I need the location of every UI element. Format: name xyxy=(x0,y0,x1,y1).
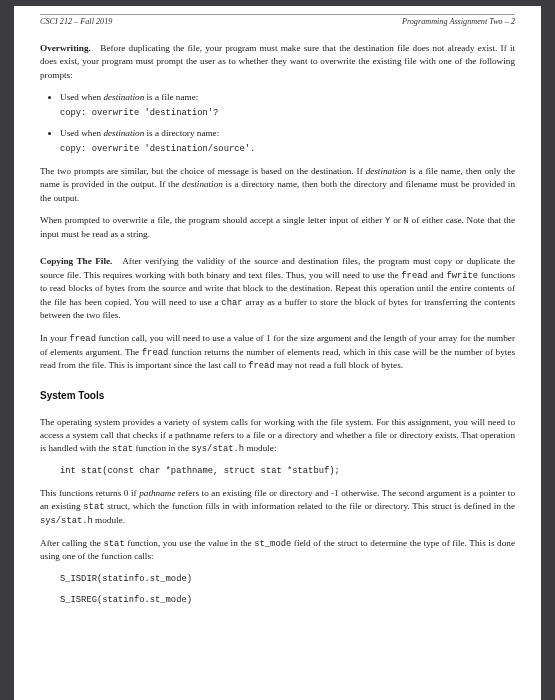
system-tools-heading: System Tools xyxy=(40,389,515,404)
text: After calling the xyxy=(40,538,104,548)
destination-term: destination xyxy=(103,92,144,102)
text: struct, which the function fills in with… xyxy=(104,501,515,511)
overwriting-intro: Overwriting. Before duplicating the file… xyxy=(40,42,515,82)
overwriting-input: When prompted to overwrite a file, the p… xyxy=(40,214,515,241)
systools-p2: This functions returns 0 if pathname ref… xyxy=(40,487,515,528)
code-inline: stat xyxy=(83,502,104,512)
code-inline: fread xyxy=(142,348,168,358)
copying-p2: In your fread function call, you will ne… xyxy=(40,332,515,373)
code-inline: sys/stat.h xyxy=(40,516,93,526)
text: is a directory name: xyxy=(144,128,219,138)
list-item: Used when destination is a directory nam… xyxy=(60,127,515,156)
destination-term: destination xyxy=(182,179,223,189)
document-page: CSCI 212 – Fall 2019 Programming Assignm… xyxy=(14,6,541,700)
code-inline: fread xyxy=(401,271,427,281)
stat-signature: int stat(const char *pathname, struct st… xyxy=(60,465,515,478)
text: Used when xyxy=(60,128,103,138)
text: Before duplicating the file, your progra… xyxy=(40,43,515,80)
overwriting-explain: The two prompts are similar, but the cho… xyxy=(40,165,515,205)
header-right: Programming Assignment Two – 2 xyxy=(402,16,515,28)
page-header: CSCI 212 – Fall 2019 Programming Assignm… xyxy=(40,14,515,28)
text: This functions returns 0 if xyxy=(40,488,139,498)
text: function, you use the value in the xyxy=(125,538,255,548)
overwriting-heading: Overwriting. xyxy=(40,43,91,53)
text: When prompted to overwrite a file, the p… xyxy=(40,215,385,225)
text: Used when xyxy=(60,92,103,102)
code-inline: stat xyxy=(112,444,133,454)
s-isdir-call: S_ISDIR(statinfo.st_mode) xyxy=(60,573,515,586)
text: or xyxy=(390,215,403,225)
text: module. xyxy=(93,515,125,525)
text: and xyxy=(428,270,447,280)
code-inline: stat xyxy=(104,539,125,549)
code-inline: st_mode xyxy=(254,539,291,549)
code-inline: char xyxy=(221,298,242,308)
text: is a file name: xyxy=(144,92,198,102)
systools-p3: After calling the stat function, you use… xyxy=(40,537,515,564)
copying-heading: Copying The File. xyxy=(40,256,112,266)
text: In your xyxy=(40,333,70,343)
code-line: copy: overwrite 'destination/source'. xyxy=(60,143,515,156)
header-left: CSCI 212 – Fall 2019 xyxy=(40,16,112,28)
pathname-term: pathname xyxy=(139,488,175,498)
systools-p1: The operating system provides a variety … xyxy=(40,416,515,456)
text: function in the xyxy=(133,443,191,453)
list-item: Used when destination is a file name: co… xyxy=(60,91,515,120)
text: module: xyxy=(244,443,276,453)
destination-term: destination xyxy=(103,128,144,138)
code-inline: sys/stat.h xyxy=(191,444,244,454)
code-inline: fread xyxy=(248,361,274,371)
code-inline: fread xyxy=(70,334,96,344)
prompt-list: Used when destination is a file name: co… xyxy=(40,91,515,156)
destination-term: destination xyxy=(366,166,407,176)
code-line: copy: overwrite 'destination'? xyxy=(60,107,515,120)
copying-p1: Copying The File. After verifying the va… xyxy=(40,255,515,323)
code-inline: fwrite xyxy=(446,271,478,281)
text: may not read a full block of bytes. xyxy=(275,360,403,370)
text: The two prompts are similar, but the cho… xyxy=(40,166,366,176)
s-isreg-call: S_ISREG(statinfo.st_mode) xyxy=(60,594,515,607)
